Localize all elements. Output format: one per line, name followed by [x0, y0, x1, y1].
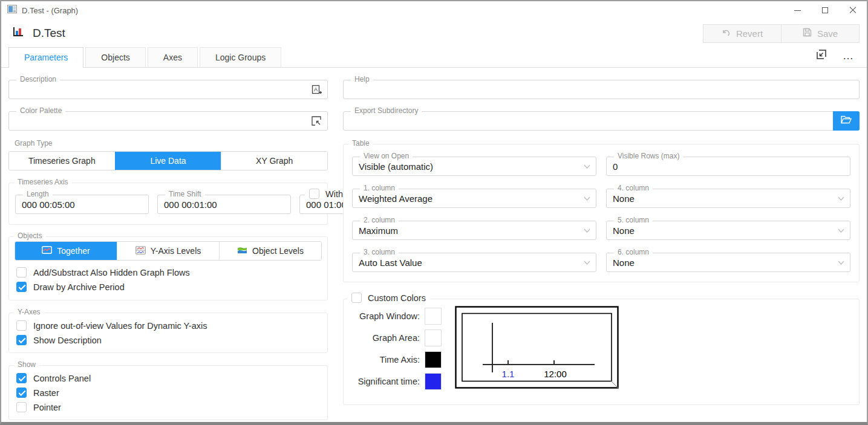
add-substract-checkbox[interactable]: [16, 267, 27, 277]
maximize-button[interactable]: [811, 1, 839, 19]
significant-time-label: Significant time:: [352, 377, 420, 386]
ignore-out-of-view-checkbox[interactable]: [16, 320, 27, 331]
save-label: Save: [817, 28, 838, 39]
significant-time-swatch[interactable]: [425, 373, 442, 390]
objects-mode-segmented: Together Y-Axis Levels Object Levels: [15, 241, 322, 261]
window-controls: [783, 1, 867, 19]
objects-label: Objects: [14, 232, 46, 241]
content: Description A Color Palette Graph Type T…: [1, 68, 867, 422]
tab-objects[interactable]: Objects: [85, 47, 145, 67]
graph-area-label: Graph Area:: [352, 333, 420, 343]
custom-colors-group: Custom Colors Graph Window: Graph Area:: [343, 299, 860, 405]
column-6-combo[interactable]: 6. column: [606, 253, 850, 272]
show-description-row: Show Description: [16, 333, 320, 347]
save-button[interactable]: Save: [781, 24, 860, 43]
without-spaces-checkbox[interactable]: [309, 189, 319, 199]
pointer-row: Pointer: [16, 400, 320, 414]
chevron-down-icon[interactable]: [578, 196, 596, 201]
ellipsis-icon[interactable]: …: [843, 53, 855, 59]
maximize-icon: [822, 7, 828, 13]
length-field: Length: [15, 195, 149, 214]
tab-axes[interactable]: Axes: [148, 47, 198, 67]
app-window-icon: [7, 5, 17, 16]
graph-window-swatch[interactable]: [425, 308, 442, 325]
tab-parameters[interactable]: Parameters: [8, 47, 83, 68]
minimize-icon: [794, 10, 801, 11]
objects-mode-y-axis-levels[interactable]: Y-Axis Levels: [117, 242, 219, 260]
y-axes-label: Y-Axes: [14, 308, 44, 317]
graph-type-timeseries[interactable]: Timeseries Graph: [9, 152, 115, 170]
raster-label: Raster: [33, 388, 59, 398]
object-levels-icon: [237, 246, 247, 256]
significant-time-color-row: Significant time:: [352, 373, 442, 390]
revert-button[interactable]: Revert: [703, 24, 782, 43]
chevron-down-icon[interactable]: [578, 164, 596, 169]
chevron-down-icon[interactable]: [832, 261, 850, 265]
right-column: Help Export Subdirectory Table View on O…: [343, 71, 860, 422]
graph-window-color-row: Graph Window:: [352, 308, 442, 325]
y-axis-levels-icon: [135, 246, 146, 256]
column-3-label: 3. column: [360, 248, 399, 257]
view-on-open-combo[interactable]: View on Open: [352, 157, 596, 176]
controls-panel-label: Controls Panel: [33, 374, 91, 383]
raster-checkbox[interactable]: [16, 388, 27, 398]
together-icon: [42, 246, 52, 256]
close-button[interactable]: [839, 1, 867, 19]
column-4-combo[interactable]: 4. column: [606, 189, 850, 208]
add-text-icon[interactable]: A: [305, 85, 327, 95]
graph-type-xy[interactable]: XY Graph: [221, 152, 327, 170]
pop-in-icon[interactable]: [816, 49, 827, 62]
objects-checkboxes: Add/Substract Also Hidden Graph Flows Dr…: [15, 261, 322, 294]
select-arrow-icon[interactable]: [305, 116, 327, 126]
chevron-down-icon[interactable]: [578, 261, 596, 265]
save-icon: [803, 28, 812, 39]
revert-label: Revert: [736, 28, 763, 39]
browse-folder-button[interactable]: [833, 111, 860, 131]
tab-actions: …: [816, 49, 860, 67]
draw-by-archive-checkbox[interactable]: [16, 282, 27, 292]
objects-mode-together[interactable]: Together: [15, 242, 117, 260]
pointer-checkbox[interactable]: [16, 402, 27, 412]
chevron-down-icon[interactable]: [832, 196, 850, 201]
graph-type-live-data[interactable]: Live Data: [115, 152, 221, 170]
custom-colors-checkbox[interactable]: [351, 293, 362, 303]
objects-mode-y-axis-levels-label: Y-Axis Levels: [151, 246, 201, 256]
column-5-label: 5. column: [614, 216, 653, 225]
graph-area-swatch[interactable]: [425, 329, 442, 346]
column-1-combo[interactable]: 1. column: [352, 189, 596, 208]
graph-type-segmented: Timeseries Graph Live Data XY Graph: [8, 151, 328, 170]
chevron-down-icon[interactable]: [832, 229, 850, 233]
left-column: Description A Color Palette Graph Type T…: [8, 71, 328, 422]
preview-tick1-label: 1.1: [502, 369, 515, 379]
tabbar: Parameters Objects Axes Logic Groups …: [1, 47, 867, 68]
show-description-checkbox[interactable]: [16, 335, 27, 345]
add-substract-row: Add/Substract Also Hidden Graph Flows: [16, 265, 320, 279]
column-2-combo[interactable]: 2. column: [352, 221, 596, 240]
tab-logic-groups[interactable]: Logic Groups: [200, 47, 281, 67]
help-input[interactable]: [344, 80, 859, 99]
window-title: D.Test - (Graph): [22, 6, 78, 15]
objects-mode-object-levels[interactable]: Object Levels: [219, 242, 321, 260]
time-shift-label: Time Shift: [165, 190, 205, 199]
controls-panel-checkbox[interactable]: [16, 373, 27, 383]
show-description-label: Show Description: [33, 336, 102, 345]
time-axis-label: Time Axis:: [352, 355, 420, 365]
add-substract-label: Add/Substract Also Hidden Graph Flows: [33, 268, 190, 277]
minimize-button[interactable]: [783, 1, 811, 19]
column-4-label: 4. column: [614, 184, 653, 193]
titlebar: D.Test - (Graph): [1, 1, 867, 19]
chevron-down-icon[interactable]: [578, 229, 596, 233]
help-label: Help: [351, 75, 373, 84]
axis-preview: 1.1 12:00: [455, 306, 619, 391]
objects-group: Objects Together Y-Axis Levels: [8, 236, 328, 300]
time-axis-swatch[interactable]: [425, 351, 442, 368]
custom-colors-label: Custom Colors: [368, 293, 426, 303]
preview-tick2-label: 12:00: [544, 369, 567, 379]
graph-area-color-row: Graph Area:: [352, 329, 442, 346]
controls-panel-row: Controls Panel: [16, 371, 320, 385]
length-label: Length: [23, 190, 53, 199]
draw-by-archive-label: Draw by Archive Period: [33, 282, 125, 292]
column-5-combo[interactable]: 5. column: [606, 221, 850, 240]
column-3-combo[interactable]: 3. column: [352, 253, 596, 272]
column-6-label: 6. column: [614, 248, 653, 257]
